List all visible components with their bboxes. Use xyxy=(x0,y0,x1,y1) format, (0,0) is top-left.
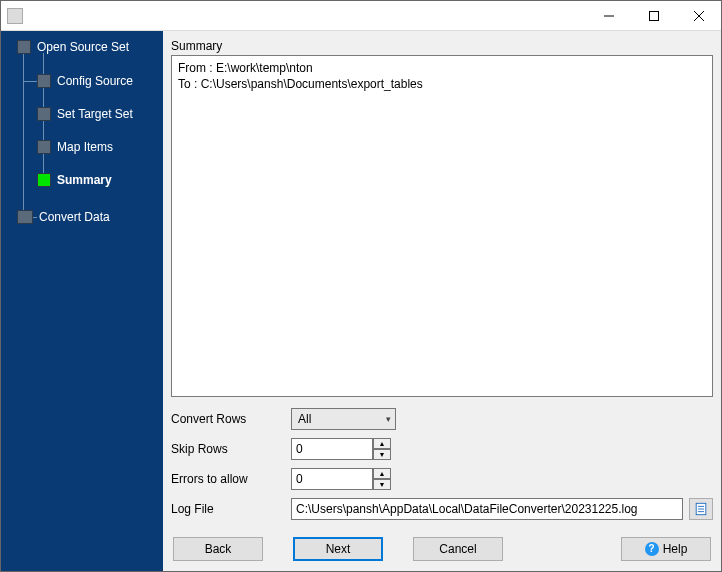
step-label: Open Source Set xyxy=(37,40,129,54)
step-open-source-set[interactable]: Open Source Set xyxy=(17,37,129,57)
errors-input[interactable] xyxy=(291,468,373,490)
cancel-button[interactable]: Cancel xyxy=(413,537,503,561)
options-form: Convert Rows All ▾ Skip Rows ▲ ▼ xyxy=(171,407,713,527)
skip-rows-down[interactable]: ▼ xyxy=(373,449,391,460)
convert-rows-label: Convert Rows xyxy=(171,412,291,426)
errors-label: Errors to allow xyxy=(171,472,291,486)
convert-rows-select[interactable]: All ▾ xyxy=(291,408,396,430)
step-map-items[interactable]: Map Items xyxy=(37,137,113,157)
step-label: Convert Data xyxy=(39,210,110,224)
help-label: Help xyxy=(663,538,688,560)
app-icon xyxy=(7,8,23,24)
skip-rows-up[interactable]: ▲ xyxy=(373,438,391,449)
document-icon xyxy=(694,502,708,516)
wizard-steps-sidebar: Open Source Set Config Source Set Target… xyxy=(1,31,163,571)
browse-logfile-button[interactable] xyxy=(689,498,713,520)
help-button[interactable]: ? Help xyxy=(621,537,711,561)
help-icon: ? xyxy=(645,542,659,556)
step-convert-data[interactable]: Convert Data xyxy=(17,207,110,227)
section-label: Summary xyxy=(171,37,713,55)
main-panel: Summary From : E:\work\temp\nton To : C:… xyxy=(163,31,721,571)
step-label: Set Target Set xyxy=(57,107,133,121)
step-label: Summary xyxy=(57,173,112,187)
chevron-down-icon: ▾ xyxy=(386,414,391,424)
app-window: Open Source Set Config Source Set Target… xyxy=(0,0,722,572)
next-button[interactable]: Next xyxy=(293,537,383,561)
wizard-footer: Back Next Cancel ? Help xyxy=(171,527,713,563)
titlebar xyxy=(1,1,721,31)
minimize-button[interactable] xyxy=(586,1,631,30)
back-button[interactable]: Back xyxy=(173,537,263,561)
maximize-button[interactable] xyxy=(631,1,676,30)
close-button[interactable] xyxy=(676,1,721,30)
step-label: Map Items xyxy=(57,140,113,154)
step-set-target-set[interactable]: Set Target Set xyxy=(37,104,133,124)
logfile-input[interactable] xyxy=(291,498,683,520)
svg-rect-1 xyxy=(649,11,658,20)
skip-rows-input[interactable] xyxy=(291,438,373,460)
logfile-label: Log File xyxy=(171,502,291,516)
errors-down[interactable]: ▼ xyxy=(373,479,391,490)
step-summary[interactable]: Summary xyxy=(37,170,112,190)
errors-up[interactable]: ▲ xyxy=(373,468,391,479)
convert-rows-value: All xyxy=(298,412,311,426)
skip-rows-label: Skip Rows xyxy=(171,442,291,456)
summary-textarea[interactable]: From : E:\work\temp\nton To : C:\Users\p… xyxy=(171,55,713,397)
step-config-source[interactable]: Config Source xyxy=(37,71,133,91)
step-label: Config Source xyxy=(57,74,133,88)
